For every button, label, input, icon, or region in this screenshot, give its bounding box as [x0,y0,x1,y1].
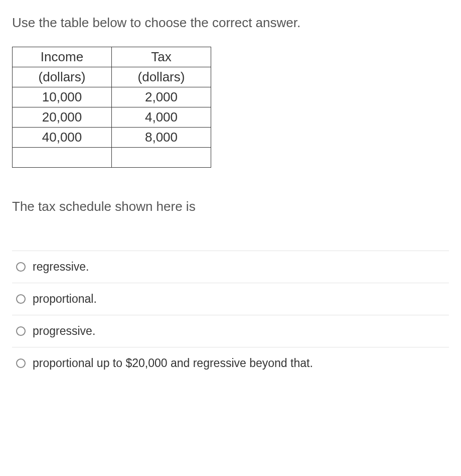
question-stem: The tax schedule shown here is [12,198,449,215]
table-cell: 8,000 [112,128,211,148]
table-header-row-2: (dollars) (dollars) [13,67,211,87]
answer-choices: regressive. proportional. progressive. p… [12,251,449,379]
table-row: 10,000 2,000 [13,87,211,107]
table-header-cell: Income [13,47,112,67]
choice-label: proportional. [33,291,445,307]
table-cell [13,148,112,168]
table-row [13,148,211,168]
table-header-cell: (dollars) [13,67,112,87]
choice-label: proportional up to $20,000 and regressiv… [33,355,445,371]
answer-choice-2[interactable]: progressive. [12,315,449,347]
radio-icon [16,359,26,368]
answer-choice-1[interactable]: proportional. [12,283,449,315]
answer-choice-3[interactable]: proportional up to $20,000 and regressiv… [12,347,449,379]
table-cell: 40,000 [13,128,112,148]
table-cell [112,148,211,168]
table-row: 20,000 4,000 [13,107,211,128]
table-header-cell: Tax [112,47,211,67]
table-row: 40,000 8,000 [13,128,211,148]
table-header-cell: (dollars) [112,67,211,87]
table-cell: 10,000 [13,87,112,107]
answer-choice-0[interactable]: regressive. [12,251,449,283]
table-cell: 20,000 [13,107,112,128]
tax-schedule-table: Income Tax (dollars) (dollars) 10,000 2,… [12,47,211,168]
table-cell: 4,000 [112,107,211,128]
choice-label: progressive. [33,323,445,339]
choice-label: regressive. [33,259,445,275]
question-container: Use the table below to choose the correc… [0,0,461,391]
radio-icon [16,326,26,336]
table-cell: 2,000 [112,87,211,107]
table-header-row-1: Income Tax [13,47,211,67]
radio-icon [16,262,26,272]
question-instruction: Use the table below to choose the correc… [12,14,449,32]
radio-icon [16,294,26,304]
